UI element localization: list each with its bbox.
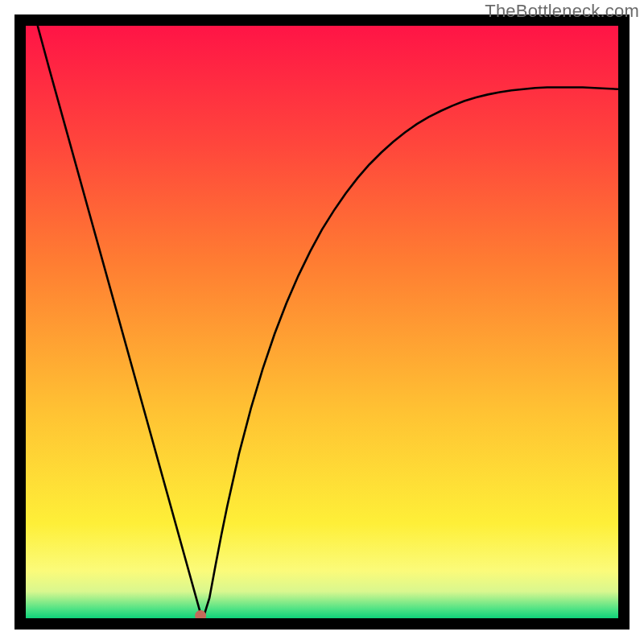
- gradient-background: [26, 26, 618, 618]
- bottleneck-chart: [0, 0, 644, 644]
- chart-container: TheBottleneck.com: [0, 0, 644, 644]
